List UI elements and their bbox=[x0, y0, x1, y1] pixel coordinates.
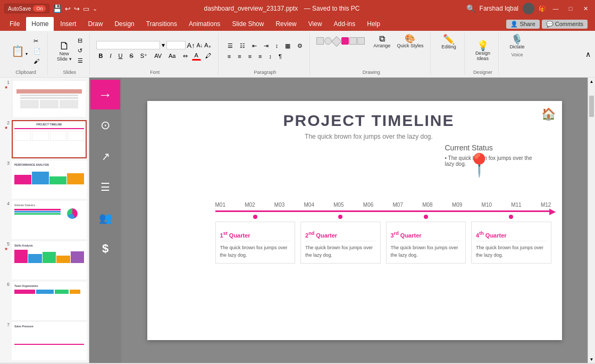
comments-button[interactable]: 💬 Comments bbox=[542, 20, 588, 29]
tab-slideshow[interactable]: Slide Show bbox=[227, 17, 269, 31]
present-icon[interactable]: ▭ bbox=[83, 5, 89, 13]
vertical-scrollbar[interactable]: ▲ ▼ bbox=[588, 78, 595, 363]
slide-thumb-6[interactable]: 6 ★ Team Organization bbox=[2, 282, 87, 320]
tab-home[interactable]: Home bbox=[26, 17, 54, 31]
sidebar-arrow-button[interactable]: → bbox=[90, 80, 120, 109]
tab-view[interactable]: View bbox=[303, 17, 328, 31]
slide-panel[interactable]: 1 ★ 2 ★ bbox=[0, 78, 89, 363]
redo-icon[interactable]: ↪ bbox=[74, 5, 80, 13]
design-ideas-button[interactable]: 💡 DesignIdeas bbox=[473, 39, 493, 63]
tab-help[interactable]: Help bbox=[362, 17, 386, 31]
slide-thumb-1[interactable]: 1 ★ bbox=[2, 80, 87, 118]
font-color-button[interactable]: A bbox=[192, 51, 201, 61]
line-spacing-button[interactable]: ↕ bbox=[266, 52, 275, 61]
close-button[interactable]: ✕ bbox=[580, 3, 591, 14]
new-slide-button[interactable]: 🗋 NewSlide ▾ bbox=[54, 39, 74, 63]
slide-thumb-2[interactable]: 2 ★ PROJECT TIMELINE bbox=[2, 120, 87, 158]
sidebar-chart-button[interactable]: ↗ bbox=[90, 141, 120, 171]
scroll-thumb[interactable] bbox=[589, 96, 594, 117]
section-button[interactable]: ☰ bbox=[76, 56, 85, 65]
maximize-button[interactable]: □ bbox=[565, 3, 576, 14]
tab-review[interactable]: Review bbox=[270, 17, 301, 31]
sidebar-list-button[interactable]: ☰ bbox=[90, 172, 120, 202]
slide-thumb-3[interactable]: 3 ★ PERFORMANCE ANALYSIS bbox=[2, 160, 87, 199]
numbering-button[interactable]: ☷ bbox=[237, 41, 248, 50]
justify-button[interactable]: ≡ bbox=[256, 52, 264, 61]
font-size-input[interactable] bbox=[166, 41, 186, 49]
slide-thumb-4[interactable]: 4 ★ Website Statistics bbox=[2, 201, 87, 239]
tab-transitions[interactable]: Transitions bbox=[141, 17, 182, 31]
slide-preview-2[interactable]: PROJECT TIMELINE bbox=[12, 120, 87, 158]
tab-insert[interactable]: Insert bbox=[55, 17, 81, 31]
sidebar-dashboard-button[interactable]: ⊙ bbox=[90, 111, 120, 140]
scroll-up-button[interactable]: ▲ bbox=[588, 78, 595, 85]
bullets-button[interactable]: ☰ bbox=[225, 41, 236, 50]
slide-preview-3[interactable]: PERFORMANCE ANALYSIS bbox=[12, 160, 87, 199]
save-icon[interactable]: 💾 bbox=[53, 4, 62, 13]
slide-preview-5[interactable]: Skills Analysis bbox=[12, 241, 87, 280]
slide-preview-7[interactable]: Sales Pressure bbox=[12, 322, 87, 360]
slide-preview-1[interactable] bbox=[12, 80, 87, 118]
format-painter-button[interactable]: 🖌 bbox=[31, 57, 43, 65]
slide-canvas[interactable]: 🏠 PROJECT TIMELINE The quick brown fox j… bbox=[147, 101, 562, 340]
scroll-down-button[interactable]: ▼ bbox=[588, 355, 595, 363]
align-center-button[interactable]: ≡ bbox=[235, 52, 244, 61]
case-button[interactable]: Aa bbox=[166, 52, 178, 60]
font-size-down-icon[interactable]: A↓ bbox=[197, 43, 203, 48]
ribbon-expand-icon[interactable]: ∧ bbox=[585, 50, 591, 58]
tab-draw[interactable]: Draw bbox=[82, 17, 108, 31]
bold-button[interactable]: B bbox=[96, 52, 106, 60]
smart-art-button[interactable]: ⚙ bbox=[295, 41, 305, 50]
quick-styles-button[interactable]: 🎨 Quick Styles bbox=[394, 33, 426, 50]
layout-button[interactable]: ⊟ bbox=[76, 36, 85, 45]
shape-4[interactable] bbox=[341, 37, 349, 45]
font-dropdown-icon[interactable]: ▾ bbox=[162, 41, 165, 49]
quarter-1-card[interactable]: 1st Quarter The quick brown fox jumps ov… bbox=[215, 222, 296, 264]
italic-button[interactable]: I bbox=[107, 52, 114, 60]
shape-3[interactable] bbox=[331, 36, 342, 47]
slide-thumb-5[interactable]: 5 ★ Skills Analysis bbox=[2, 241, 87, 280]
main-canvas[interactable]: 🏠 PROJECT TIMELINE The quick brown fox j… bbox=[121, 78, 588, 363]
minimize-button[interactable]: — bbox=[550, 3, 561, 14]
paragraph-spacing-button[interactable]: ¶ bbox=[276, 52, 284, 61]
font-name-input[interactable] bbox=[96, 41, 160, 49]
spacing-button[interactable]: AV bbox=[152, 52, 164, 60]
search-icon[interactable]: 🔍 bbox=[466, 4, 475, 13]
shape-5[interactable] bbox=[349, 37, 357, 45]
autosave-toggle[interactable]: On bbox=[33, 5, 46, 12]
increase-indent-button[interactable]: ⇥ bbox=[261, 41, 271, 50]
clear-format-icon[interactable]: Aₓ bbox=[204, 42, 211, 49]
shape-6[interactable] bbox=[357, 37, 365, 45]
align-right-button[interactable]: ≡ bbox=[246, 52, 254, 61]
tab-file[interactable]: File bbox=[4, 17, 25, 31]
slide-preview-4[interactable]: Website Statistics bbox=[12, 201, 87, 239]
tab-addins[interactable]: Add-ins bbox=[329, 17, 361, 31]
highlight-button[interactable]: 🖍 bbox=[203, 52, 214, 60]
strikethrough-button[interactable]: S bbox=[127, 52, 136, 60]
char-spacing-button[interactable]: ⇔ bbox=[180, 52, 190, 61]
columns-button[interactable]: ▦ bbox=[282, 41, 293, 50]
slide-thumb-7[interactable]: 7 ★ Sales Pressure bbox=[2, 322, 87, 360]
align-left-button[interactable]: ≡ bbox=[225, 52, 233, 61]
shadow-button[interactable]: S⁺ bbox=[138, 52, 150, 61]
share-button[interactable]: 👤 Share bbox=[506, 20, 539, 29]
cut-button[interactable]: ✂ bbox=[31, 37, 43, 46]
quarter-3-card[interactable]: 3rd Quarter The quick brown fox jumps ov… bbox=[386, 222, 466, 264]
underline-button[interactable]: U bbox=[116, 52, 125, 60]
customize-icon[interactable]: ⌄ bbox=[93, 5, 97, 12]
paste-button[interactable]: 📋 ▾ bbox=[9, 44, 30, 58]
arrange-button[interactable]: ⧉ Arrange bbox=[371, 33, 393, 50]
tab-design[interactable]: Design bbox=[109, 17, 139, 31]
reset-button[interactable]: ↺ bbox=[76, 46, 85, 55]
font-size-up-icon[interactable]: A↑ bbox=[187, 41, 195, 49]
quarter-2-card[interactable]: 2nd Quarter The quick brown fox jumps ov… bbox=[300, 222, 381, 264]
copy-button[interactable]: 📄 bbox=[31, 47, 43, 56]
slide-preview-6[interactable]: Team Organization bbox=[12, 282, 87, 320]
sidebar-people-button[interactable]: 👥 bbox=[90, 203, 120, 233]
quarter-4-card[interactable]: 4th Quarter The quick brown fox jumps ov… bbox=[471, 222, 551, 264]
tab-animations[interactable]: Animations bbox=[183, 17, 225, 31]
editing-button[interactable]: ✏️ Editing bbox=[439, 33, 459, 51]
ribbon-collapse-icon[interactable]: 🎁 bbox=[539, 5, 546, 12]
dictate-button[interactable]: 🎙️ Dictate bbox=[507, 33, 527, 51]
decrease-indent-button[interactable]: ⇤ bbox=[249, 41, 259, 50]
